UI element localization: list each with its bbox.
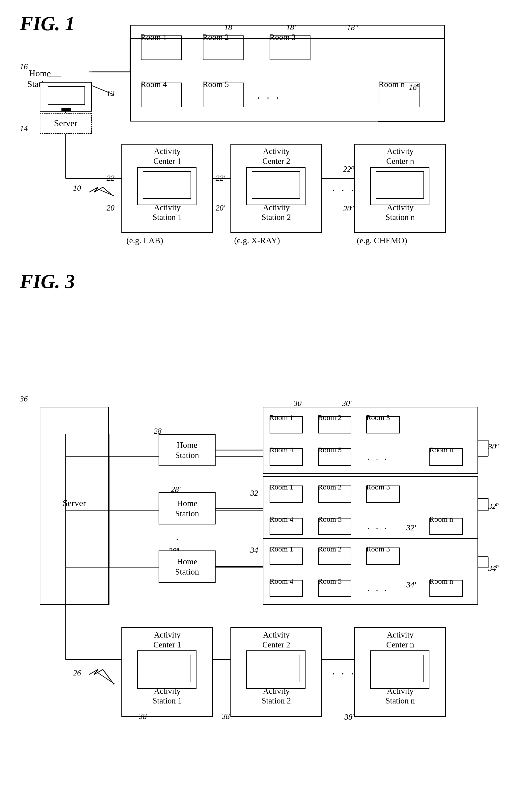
fig3-server-box: Server: [40, 407, 109, 605]
ref-10: 10: [73, 184, 81, 193]
fig1-server-box: Server: [40, 113, 92, 134]
ref-34n: 34n: [488, 563, 499, 573]
ref-20p: 20': [215, 203, 225, 213]
fig3-ac2-monitor: [246, 650, 305, 689]
ref-14: 14: [20, 124, 28, 133]
ref-26: 26: [73, 668, 81, 678]
fig3-hs1-box: HomeStation: [158, 434, 215, 466]
ref-22p: 22': [215, 173, 225, 183]
fig3-hs3-box: HomeStation: [158, 551, 215, 583]
fig1-xray-label: (e.g. X-RAY): [234, 236, 280, 246]
fig3-ac1-monitor: [137, 650, 196, 689]
svg-line-13: [97, 188, 114, 196]
fig3-hs2-box: HomeStation: [158, 492, 215, 524]
ref-22: 22: [107, 173, 114, 183]
ref-38n: 38n: [344, 712, 355, 722]
fig1-activity-centern-box: ActivityCenter n ActivityStation n: [354, 144, 446, 233]
ref-38: 38: [139, 712, 147, 721]
ref-30: 30: [293, 399, 302, 408]
fig3-activity-centern-box: ActivityCenter n ActivityStation n: [354, 627, 446, 717]
ref-18n: 18n: [409, 82, 419, 92]
ref-22n: 22n: [343, 164, 354, 173]
fig3-rooms32-box: Room 1 Room 2 Room 3 Room 4 Room 5 . . .…: [263, 476, 478, 543]
fig1-chemo-label: (e.g. CHEMO): [357, 236, 407, 246]
ref-36: 36: [20, 394, 28, 403]
ref-38p: 38': [222, 712, 231, 721]
fig3-acn-monitor: [370, 650, 430, 689]
fig3-activity-center1-box: ActivityCenter 1 ActivityStation 1: [121, 627, 213, 717]
ref-18: 18: [224, 23, 232, 32]
svg-line-29: [97, 672, 115, 684]
ref-28: 28: [154, 426, 162, 436]
fig3-title: FIG. 3: [20, 270, 75, 293]
ref-32p: 32': [406, 523, 416, 532]
ref-28p: 28': [171, 485, 180, 494]
fig3-activity-center2-box: ActivityCenter 2 ActivityStation 2: [230, 627, 322, 717]
ref-12: 12: [107, 89, 114, 98]
ref-18pp: 18": [347, 23, 358, 32]
ref-20: 20: [107, 203, 114, 213]
fig1-rooms-outer-box: Room 1 Room 2 Room 3 Room 4 Room 5 . . .…: [130, 25, 445, 122]
ref-34p: 34': [406, 580, 416, 589]
fig1-activity-center2-box: ActivityCenter 2 ActivityStation 2: [230, 144, 322, 233]
fig1-acn-monitor: [370, 167, 430, 205]
ref-18p: 18': [286, 23, 296, 32]
fig1-activity-center1-box: ActivityCenter 1 ActivityStation 1: [121, 144, 213, 233]
fig3-rooms34-box: Room 1 Room 2 Room 3 Room 4 Room 5 . . .…: [263, 538, 478, 605]
ref-30p: 30': [342, 399, 352, 408]
ref-32n: 32n: [488, 501, 499, 511]
fig1-home-station-box: [40, 82, 92, 112]
ref-30n: 30n: [488, 441, 499, 451]
fig3-rooms30-box: Room 1 Room 2 Room 3 Room 4 Room 5 . . .…: [263, 407, 478, 474]
fig1-title: FIG. 1: [20, 13, 75, 35]
ref-16: 16: [20, 62, 28, 71]
ref-34: 34: [250, 546, 258, 555]
ref-20n: 20n: [343, 203, 354, 213]
fig1-ac2-monitor: [246, 167, 305, 205]
fig1-lab-label: (e.g. LAB): [126, 236, 163, 246]
ref-32: 32: [250, 488, 258, 498]
fig1-ac1-monitor: [137, 167, 196, 205]
